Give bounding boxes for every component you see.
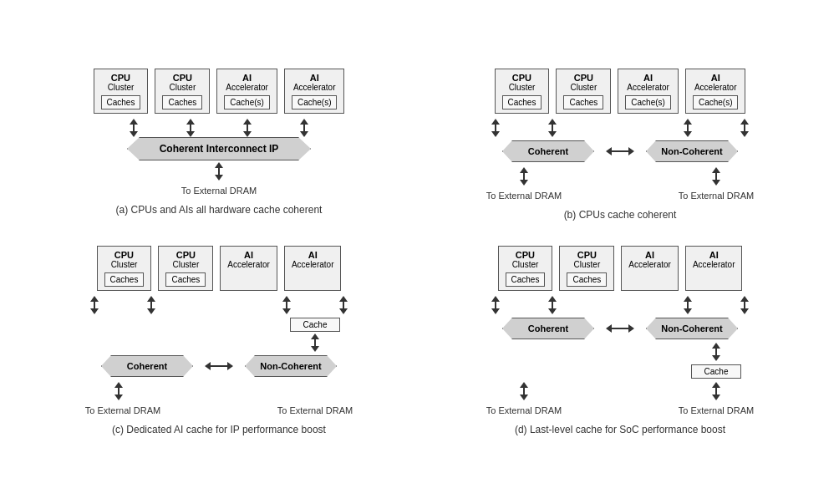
arrowhead-up	[186, 119, 195, 125]
arrowhead-down	[147, 308, 155, 314]
cache-c-1: Caches	[165, 272, 206, 287]
banners-row-b: Coherent Non-Coherent	[502, 140, 738, 162]
arrowhead-up	[339, 296, 348, 302]
nodes-row-a: CPU Cluster Caches CPU Cluster Caches AI…	[94, 69, 345, 114]
cache-a-3: Cache(s)	[292, 95, 338, 109]
diagram-b: CPU Cluster Caches CPU Cluster Caches AI…	[428, 69, 812, 221]
horiz-arrow-d	[606, 324, 634, 333]
non-coherent-banner-d: Non-Coherent	[646, 318, 738, 339]
arrow-segment	[133, 125, 135, 131]
horiz-line	[612, 150, 628, 152]
arrowhead-up	[520, 167, 528, 173]
non-coherent-banner-b: Non-Coherent	[646, 140, 738, 162]
arrow-segment	[744, 302, 745, 308]
arrowhead-up	[130, 119, 138, 125]
arrow-b-2	[663, 119, 713, 137]
arrowhead-up	[740, 296, 749, 302]
arrow-b-0	[470, 119, 521, 137]
arrow-d-3	[720, 296, 770, 314]
cpu-cluster-1-c: CPU Cluster Caches	[97, 246, 152, 291]
cache-c-0: Caches	[104, 272, 145, 287]
llc-cache-d: Cache	[691, 364, 741, 379]
arrowhead-down	[684, 308, 692, 314]
cache-a-0: Caches	[101, 95, 141, 109]
arrow-b-1	[527, 119, 577, 137]
coherent-banner-d: Coherent	[502, 318, 594, 339]
arrow-d-0	[470, 296, 521, 314]
arrow-dram-d-1	[712, 382, 720, 400]
ai-acc-1-a: AI Accelerator Cache(s)	[216, 69, 277, 114]
horiz-arrow-c	[205, 362, 233, 370]
ai-acc-2-d: AI Accelerator	[685, 246, 743, 291]
arrowhead-down	[130, 131, 138, 137]
arrow-llc-top-d	[712, 343, 720, 361]
arrow-segment	[190, 125, 191, 131]
arrow-left	[205, 362, 211, 370]
arrowhead-down	[684, 131, 692, 137]
arrow-c-3	[318, 296, 369, 314]
arrow-dram-c-0	[114, 382, 123, 400]
arrowhead-down	[491, 308, 500, 314]
arrowhead-down	[520, 180, 528, 186]
arrow-a-2	[222, 119, 272, 137]
arrow-segment	[247, 125, 248, 131]
horiz-line	[211, 365, 227, 367]
arrow-segment	[94, 302, 95, 308]
arrowhead-down	[712, 180, 720, 186]
arrow-segment	[552, 302, 553, 308]
nodes-row-d: CPU Cluster Caches CPU Cluster Caches AI…	[498, 246, 743, 291]
arrow-dram-d-0	[520, 382, 528, 400]
dram-label-b-1: To External DRAM	[679, 191, 754, 201]
arrow-segment	[343, 302, 344, 308]
arrowhead-up	[548, 296, 557, 302]
arrowhead-up	[243, 119, 252, 125]
arrow-segment	[523, 173, 525, 180]
arrowhead-down	[740, 131, 749, 137]
arrow-b-3	[720, 119, 770, 137]
coherent-banner-c: Coherent	[101, 355, 193, 377]
arrow-left	[606, 147, 612, 155]
ai-cache-c: Cache	[290, 318, 340, 332]
arrow-segment	[523, 388, 525, 395]
arrowhead-down	[300, 131, 308, 137]
arrowhead-up	[491, 296, 500, 302]
diagram-a: CPU Cluster Caches CPU Cluster Caches AI…	[27, 69, 411, 221]
dram-label-c-0: To External DRAM	[85, 405, 160, 415]
arrow-ai-cache-c	[311, 333, 319, 352]
ai-acc-1-b: AI Accelerator Cache(s)	[618, 69, 679, 114]
arrowhead-up	[712, 343, 720, 349]
ai-acc-1-c: AI Accelerator	[220, 246, 277, 291]
coherent-banner-b: Coherent	[502, 140, 594, 162]
arrowhead-up	[548, 119, 557, 125]
arrow-segment	[715, 173, 717, 180]
arrow-segment	[687, 302, 689, 308]
dram-label-a: To External DRAM	[181, 186, 257, 196]
dram-label-d-1: To External DRAM	[679, 405, 754, 415]
arrowhead-down	[282, 308, 291, 314]
diagram-d: CPU Cluster Caches CPU Cluster Caches AI…	[428, 246, 812, 435]
ai-acc-1-d: AI Accelerator	[621, 246, 679, 291]
arrow-segment	[687, 125, 689, 131]
cache-a-2: Cache(s)	[224, 95, 270, 109]
cpu-cluster-1-b: CPU Cluster Caches	[495, 69, 550, 114]
non-coherent-banner-c: Non-Coherent	[245, 355, 337, 377]
arrow-left	[606, 324, 612, 333]
arrow-a-0	[109, 119, 159, 137]
dram-label-b-0: To External DRAM	[486, 191, 562, 201]
arrow-right	[628, 147, 634, 155]
arrow-segment	[150, 302, 152, 308]
arrow-dram-b-1	[712, 167, 720, 186]
diagrams-grid: CPU Cluster Caches CPU Cluster Caches AI…	[27, 69, 812, 435]
arrowhead-down	[548, 308, 557, 314]
coherent-interconnect-banner-a: Coherent Interconnect IP	[127, 137, 311, 160]
arrowhead-up	[114, 382, 123, 388]
nodes-row-c: CPU Cluster Caches CPU Cluster Caches AI…	[97, 246, 342, 291]
arrowhead-down	[740, 308, 749, 314]
arrowhead-up	[740, 119, 749, 125]
arrowhead-up	[300, 119, 308, 125]
cpu-cluster-2-c: CPU Cluster Caches	[158, 246, 213, 291]
cache-b-2: Cache(s)	[625, 95, 671, 109]
cache-b-3: Cache(s)	[693, 95, 739, 109]
horiz-arrow-b	[606, 147, 634, 155]
arrowhead-down	[186, 131, 195, 137]
